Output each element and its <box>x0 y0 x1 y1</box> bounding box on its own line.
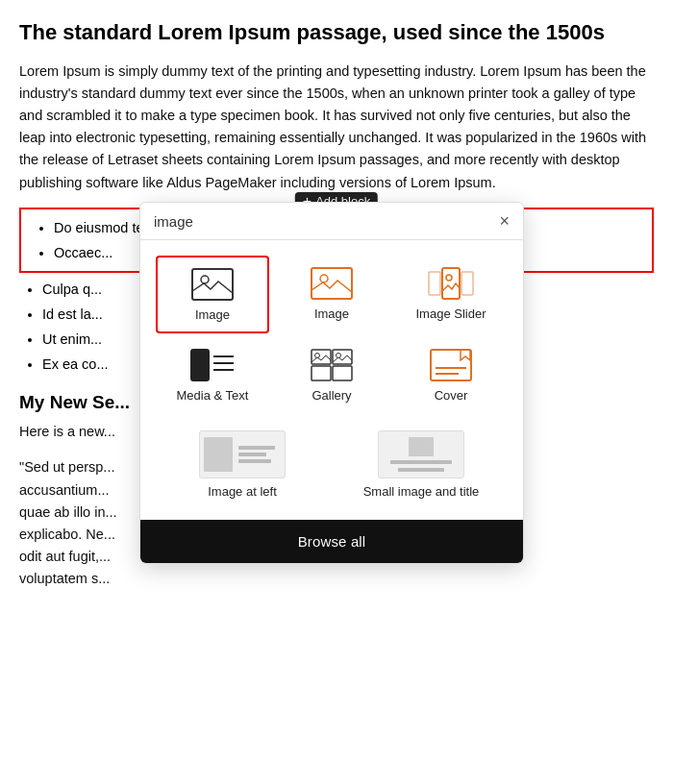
block-grid-row1: Image Image <box>140 240 523 337</box>
svg-rect-2 <box>312 268 352 299</box>
block-label-small-image-title: Small image and title <box>363 484 480 499</box>
block-item-cover[interactable]: Cover <box>394 337 508 413</box>
image-orange-icon <box>309 266 355 301</box>
svg-rect-5 <box>442 268 460 299</box>
close-button[interactable]: × <box>499 212 510 230</box>
svg-rect-4 <box>429 272 440 295</box>
svg-rect-16 <box>312 366 331 380</box>
svg-rect-18 <box>431 350 471 380</box>
media-text-icon <box>189 348 236 382</box>
block-label-image-slider: Image Slider <box>416 306 486 321</box>
svg-rect-7 <box>461 272 473 295</box>
svg-rect-0 <box>192 269 233 300</box>
image-icon <box>189 267 236 302</box>
main-title: The standard Lorem Ipsum passage, used s… <box>19 19 654 47</box>
block-grid-row2: Media & Text Gallery <box>140 337 523 417</box>
block-picker-popup: × Image <box>139 202 524 564</box>
svg-rect-8 <box>191 350 209 380</box>
page-content: The standard Lorem Ipsum passage, used s… <box>0 0 673 624</box>
block-label-image-2: Image <box>314 306 349 321</box>
block-label-image-selected: Image <box>195 307 230 322</box>
block-label-media-text: Media & Text <box>177 388 249 403</box>
svg-rect-17 <box>333 366 352 380</box>
browse-all-button[interactable]: Browse all <box>140 520 523 563</box>
block-label-cover: Cover <box>435 388 468 403</box>
block-item-image-slider[interactable]: Image Slider <box>394 256 508 333</box>
svg-point-6 <box>446 275 452 281</box>
svg-point-1 <box>201 276 209 283</box>
svg-point-3 <box>320 275 328 282</box>
block-item-image-at-left[interactable]: Image at left <box>156 421 329 508</box>
block-grid-row3: Image at left Small image and title <box>140 417 523 520</box>
image-slider-icon <box>428 266 474 301</box>
body-text: Lorem Ipsum is simply dummy text of the … <box>19 61 654 194</box>
small-image-title-thumb <box>378 430 464 478</box>
block-item-gallery[interactable]: Gallery <box>275 337 388 413</box>
gallery-icon <box>309 348 355 382</box>
search-input[interactable] <box>154 213 491 230</box>
block-item-image-2[interactable]: Image <box>275 256 388 333</box>
cover-icon <box>428 348 474 382</box>
block-label-image-at-left: Image at left <box>208 484 277 499</box>
block-label-gallery: Gallery <box>312 388 351 403</box>
block-item-media-text[interactable]: Media & Text <box>156 337 269 413</box>
block-item-small-image-title[interactable]: Small image and title <box>335 421 508 508</box>
search-row: × <box>140 203 523 240</box>
block-item-image-selected[interactable]: Image <box>156 256 269 333</box>
image-at-left-thumb <box>199 430 286 478</box>
